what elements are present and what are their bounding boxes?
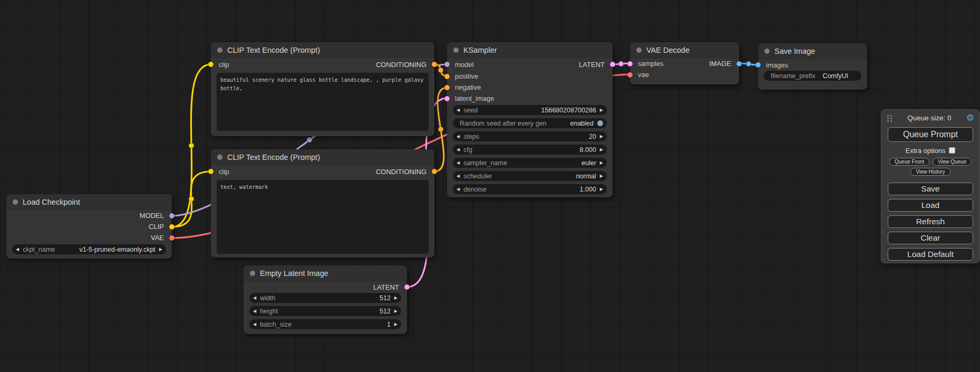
node-empty-latent-image[interactable]: Empty Latent Image LATENT ◀ width 512 ▶ … [244, 265, 407, 334]
node-collapse-dot[interactable] [217, 47, 222, 53]
node-title-bar[interactable]: Empty Latent Image [244, 265, 407, 281]
widget-value: enabled [570, 120, 594, 127]
widget-sampler-name[interactable]: ◀ sampler_name euler ▶ [453, 158, 607, 168]
widget-value: euler [581, 159, 596, 167]
load-default-button[interactable]: Load Default [888, 248, 973, 261]
decrement-arrow-icon[interactable]: ◀ [457, 187, 460, 192]
negative-input-port[interactable] [444, 85, 450, 90]
conditioning-output-port[interactable] [432, 62, 437, 67]
increment-arrow-icon[interactable]: ▶ [394, 296, 397, 300]
node-collapse-dot[interactable] [13, 199, 18, 205]
latent-image-input-port[interactable] [444, 96, 450, 101]
model-input-port[interactable] [444, 62, 450, 67]
node-clip-text-encode-negative[interactable]: CLIP Text Encode (Prompt) clip CONDITION… [211, 149, 434, 257]
view-queue-button[interactable]: View Queue [933, 158, 972, 166]
node-title-bar[interactable]: CLIP Text Encode (Prompt) [211, 149, 434, 165]
clip-output-port[interactable] [169, 224, 174, 230]
increment-arrow-icon[interactable]: ▶ [394, 322, 397, 327]
widget-width[interactable]: ◀ width 512 ▶ [249, 293, 401, 303]
port-label: images [766, 61, 788, 69]
toggle-dot[interactable] [597, 120, 603, 126]
decrement-arrow-icon[interactable]: ◀ [253, 309, 256, 313]
positive-prompt-textarea[interactable]: beautiful scenery nature glass bottle la… [217, 73, 429, 131]
link-dot [746, 61, 751, 66]
decrement-arrow-icon[interactable]: ◀ [253, 296, 256, 300]
port-row: CLIP [6, 221, 172, 232]
widget-scheduler[interactable]: ◀ scheduler normal ▶ [453, 171, 607, 181]
clip-input-port[interactable] [208, 62, 214, 67]
widget-steps[interactable]: ◀ steps 20 ▶ [453, 131, 607, 141]
widget-filename-prefix[interactable]: filename_prefix ComfyUI [764, 71, 861, 81]
vae-output-port[interactable] [169, 235, 174, 241]
model-output-port[interactable] [169, 213, 174, 218]
view-history-button[interactable]: View History [910, 168, 950, 176]
load-button[interactable]: Load [888, 199, 973, 212]
increment-arrow-icon[interactable]: ▶ [394, 309, 397, 313]
port-label: VAE [151, 234, 164, 242]
samples-input-port[interactable] [627, 61, 633, 66]
images-input-port[interactable] [755, 62, 761, 68]
decrement-arrow-icon[interactable]: ◀ [457, 108, 460, 112]
node-load-checkpoint[interactable]: Load Checkpoint MODEL CLIP VAE ◀ ckpt_na… [6, 194, 172, 259]
decrement-arrow-icon[interactable]: ◀ [457, 161, 460, 165]
widget-seed[interactable]: ◀ seed 156680208700286 ▶ [453, 105, 607, 115]
increment-arrow-icon[interactable]: ▶ [600, 135, 603, 139]
settings-gear-icon[interactable]: ⚙ [966, 113, 974, 122]
negative-prompt-textarea[interactable]: text, watermark [217, 180, 429, 254]
increment-arrow-icon[interactable]: ▶ [600, 108, 603, 112]
node-graph-canvas[interactable]: Load Checkpoint MODEL CLIP VAE ◀ ckpt_na… [0, 0, 980, 372]
increment-arrow-icon[interactable]: ▶ [600, 148, 603, 152]
drag-handle-icon[interactable] [887, 115, 892, 121]
node-collapse-dot[interactable] [636, 47, 642, 53]
extra-options-row: Extra options [881, 147, 979, 154]
clear-button[interactable]: Clear [888, 232, 973, 244]
widget-ckpt-name[interactable]: ◀ ckpt_name v1-5-pruned-emaonly.ckpt ▶ [12, 244, 166, 254]
increment-arrow-icon[interactable]: ▶ [600, 161, 603, 165]
decrement-arrow-icon[interactable]: ◀ [253, 322, 256, 327]
node-title-bar[interactable]: Load Checkpoint [6, 194, 172, 210]
node-vae-decode[interactable]: VAE Decode samples IMAGE vae [630, 42, 739, 84]
refresh-button[interactable]: Refresh [888, 215, 973, 228]
widget-batch-size[interactable]: ◀ batch_size 1 ▶ [249, 319, 401, 329]
positive-input-port[interactable] [444, 74, 450, 79]
widget-denoise[interactable]: ◀ denoise 1.000 ▶ [453, 184, 607, 194]
queue-front-button[interactable]: Queue Front [889, 158, 929, 166]
widget-label: scheduler [463, 173, 492, 180]
decrement-arrow-icon[interactable]: ◀ [457, 135, 460, 139]
vae-input-port[interactable] [627, 72, 633, 78]
node-title-bar[interactable]: CLIP Text Encode (Prompt) [211, 42, 434, 58]
node-collapse-dot[interactable] [453, 47, 459, 53]
widget-control-after-generate[interactable]: Random seed after every gen enabled [453, 118, 607, 128]
queue-prompt-button[interactable]: Queue Prompt [888, 127, 973, 142]
node-collapse-dot[interactable] [764, 49, 770, 54]
port-label: vae [638, 71, 649, 79]
node-title-bar[interactable]: Save Image [758, 43, 867, 59]
increment-arrow-icon[interactable]: ▶ [600, 187, 603, 192]
node-clip-text-encode-positive[interactable]: CLIP Text Encode (Prompt) clip CONDITION… [211, 42, 434, 136]
port-label: model [455, 61, 473, 69]
port-label: IMAGE [709, 60, 731, 68]
decrement-arrow-icon[interactable]: ◀ [457, 174, 460, 178]
latent-output-port[interactable] [404, 284, 410, 290]
increment-arrow-icon[interactable]: ▶ [159, 247, 162, 252]
extra-options-checkbox[interactable] [949, 147, 955, 154]
node-save-image[interactable]: Save Image images filename_prefix ComfyU… [758, 43, 867, 90]
increment-arrow-icon[interactable]: ▶ [600, 174, 603, 178]
conditioning-output-port[interactable] [432, 169, 437, 174]
node-title-bar[interactable]: VAE Decode [630, 42, 739, 58]
latent-output-port[interactable] [610, 62, 615, 67]
decrement-arrow-icon[interactable]: ◀ [457, 148, 460, 152]
image-output-port[interactable] [736, 61, 742, 66]
node-collapse-dot[interactable] [217, 155, 222, 160]
widget-height[interactable]: ◀ height 512 ▶ [249, 306, 401, 316]
extra-options-label: Extra options [906, 147, 946, 155]
clip-input-port[interactable] [208, 169, 214, 174]
node-ksampler[interactable]: KSampler model LATENT positive negative … [447, 42, 613, 197]
node-collapse-dot[interactable] [250, 271, 255, 276]
save-button[interactable]: Save [888, 183, 973, 195]
widget-cfg[interactable]: ◀ cfg 8.000 ▶ [453, 145, 607, 155]
widget-label: steps [463, 133, 479, 140]
widget-value: normal [576, 173, 596, 180]
decrement-arrow-icon[interactable]: ◀ [16, 247, 19, 252]
node-title-bar[interactable]: KSampler [447, 42, 613, 58]
